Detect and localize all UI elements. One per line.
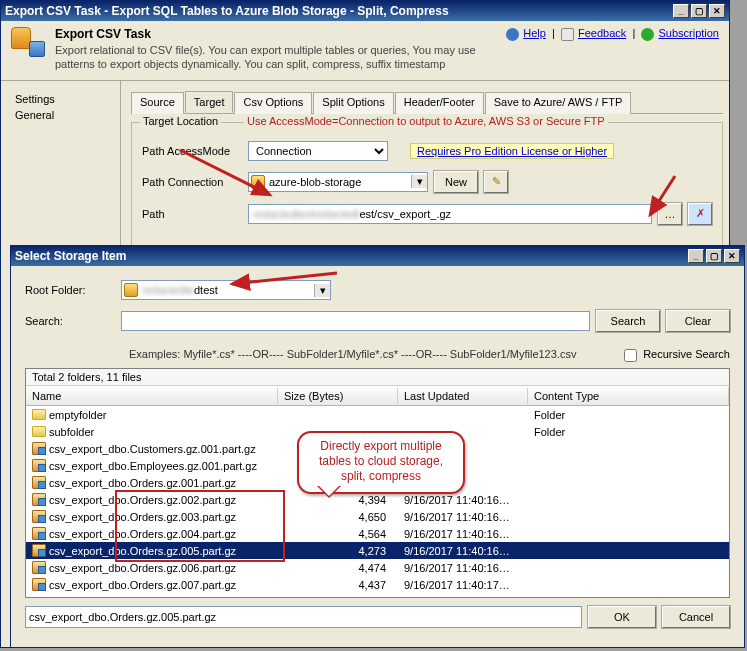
cancel-button[interactable]: Cancel xyxy=(662,606,730,628)
main-titlebar[interactable]: Export CSV Task - Export SQL Tables to A… xyxy=(1,1,729,21)
file-date: 9/16/2017 11:40:16… xyxy=(398,545,528,557)
pencil-icon: ✎ xyxy=(492,175,501,188)
conn-label: Path Connection xyxy=(142,176,242,188)
grid-summary: Total 2 folders, 11 files xyxy=(26,369,729,386)
search-label: Search: xyxy=(25,315,115,327)
file-type: Folder xyxy=(528,426,729,438)
tab-target[interactable]: Target xyxy=(185,91,234,113)
archive-icon xyxy=(32,442,46,455)
grid-row[interactable]: csv_export_dbo.Orders.gz.006.part.gz4,47… xyxy=(26,559,729,576)
annotation-callout: Directly export multiple tables to cloud… xyxy=(297,431,465,494)
file-size: 4,650 xyxy=(278,511,398,523)
file-name: csv_export_dbo.Orders.gz.004.part.gz xyxy=(49,528,236,540)
root-prefix-blurred: redactedte xyxy=(142,284,194,296)
file-name: csv_export_dbo.Orders.gz.006.part.gz xyxy=(49,562,236,574)
grid-row[interactable]: csv_export_dbo.Orders.gz.004.part.gz4,56… xyxy=(26,525,729,542)
help-icon xyxy=(506,28,519,41)
grid-row[interactable]: csv_export_dbo.Orders.gz.003.part.gz4,65… xyxy=(26,508,729,525)
file-date: 9/16/2017 11:40:16… xyxy=(398,511,528,523)
clear-icon: ✗ xyxy=(696,207,705,220)
minimize-button[interactable]: _ xyxy=(673,4,689,18)
ok-button[interactable]: OK xyxy=(588,606,656,628)
task-header: Export CSV Task Export relational to CSV… xyxy=(1,21,729,81)
path-label: Path xyxy=(142,208,242,220)
recursive-checkbox-input[interactable] xyxy=(624,349,637,362)
file-name: csv_export_dbo.Orders.gz.003.part.gz xyxy=(49,511,236,523)
export-csv-icon xyxy=(11,27,45,57)
clear-button[interactable]: Clear xyxy=(666,310,730,332)
left-nav: Settings General xyxy=(1,81,121,252)
tab-csv-options[interactable]: Csv Options xyxy=(234,92,312,114)
archive-icon xyxy=(32,527,46,540)
new-connection-button[interactable]: New xyxy=(434,171,478,193)
access-mode-label: Path AccessMode xyxy=(142,145,242,157)
folder-icon xyxy=(32,426,46,437)
file-size: 4,564 xyxy=(278,528,398,540)
tab-split-options[interactable]: Split Options xyxy=(313,92,393,114)
file-date: 9/16/2017 11:40:16… xyxy=(398,494,528,506)
browse-path-button[interactable]: … xyxy=(658,203,682,225)
filename-input[interactable] xyxy=(25,606,582,628)
nav-item-general[interactable]: General xyxy=(15,107,120,123)
conn-value: azure-blob-storage xyxy=(269,176,361,188)
file-type: Folder xyxy=(528,409,729,421)
close-button[interactable]: ✕ xyxy=(709,4,725,18)
storage-window-title: Select Storage Item xyxy=(15,249,688,263)
nav-item-settings[interactable]: Settings xyxy=(15,91,120,107)
feedback-link[interactable]: Feedback xyxy=(578,27,626,39)
storage-minimize-button[interactable]: _ xyxy=(688,249,704,263)
root-suffix: dtest xyxy=(194,284,218,296)
info-icon xyxy=(641,28,654,41)
root-folder-select[interactable]: redactedte dtest ▾ xyxy=(121,280,331,300)
path-input[interactable]: redactedtextredactedt est/csv_export_.gz xyxy=(248,204,652,224)
tab-header-footer[interactable]: Header/Footer xyxy=(395,92,484,114)
chevron-down-icon: ▾ xyxy=(314,284,330,297)
conn-select[interactable]: azure-blob-storage ▾ xyxy=(248,172,428,192)
access-mode-select[interactable]: Connection xyxy=(248,141,388,161)
database-icon xyxy=(124,283,138,297)
archive-icon xyxy=(32,493,46,506)
header-description: Export relational to CSV file(s). You ca… xyxy=(55,43,496,72)
recursive-search-checkbox[interactable]: Recursive Search xyxy=(620,346,730,365)
grid-header: Name Size (Bytes) Last Updated Content T… xyxy=(26,386,729,406)
storage-maximize-button[interactable]: ▢ xyxy=(706,249,722,263)
archive-icon xyxy=(32,459,46,472)
chevron-down-icon: ▾ xyxy=(411,175,427,188)
callout-text: Directly export multiple tables to cloud… xyxy=(319,439,443,483)
file-name: csv_export_dbo.Customers.gz.001.part.gz xyxy=(49,443,256,455)
license-link[interactable]: Requires Pro Edition License or Higher xyxy=(417,145,607,157)
file-name: csv_export_dbo.Orders.gz.005.part.gz xyxy=(49,545,236,557)
grid-row[interactable]: csv_export_dbo.Orders.gz.005.part.gz4,27… xyxy=(26,542,729,559)
group-hint: Use AccessMode=Connection to output to A… xyxy=(244,115,608,127)
search-input[interactable] xyxy=(121,311,590,331)
col-name[interactable]: Name xyxy=(26,388,278,404)
file-name: csv_export_dbo.Orders.gz.002.part.gz xyxy=(49,494,236,506)
file-date: 9/16/2017 11:40:16… xyxy=(398,562,528,574)
root-folder-label: Root Folder: xyxy=(25,284,115,296)
license-banner: Requires Pro Edition License or Higher xyxy=(410,143,614,159)
storage-titlebar[interactable]: Select Storage Item _ ▢ ✕ xyxy=(11,246,744,266)
file-size: 4,273 xyxy=(278,545,398,557)
grid-row[interactable]: csv_export_dbo.Orders.gz.007.part.gz4,43… xyxy=(26,576,729,593)
col-size[interactable]: Size (Bytes) xyxy=(278,388,398,404)
tab-save-cloud[interactable]: Save to Azure/ AWS / FTP xyxy=(485,92,632,114)
path-prefix-blurred: redactedtextredactedt xyxy=(253,208,359,220)
archive-icon xyxy=(32,544,46,557)
edit-connection-button[interactable]: ✎ xyxy=(484,171,508,193)
maximize-button[interactable]: ▢ xyxy=(691,4,707,18)
path-suffix: est/csv_export_.gz xyxy=(359,208,451,220)
file-name: csv_export_dbo.Orders.gz.007.part.gz xyxy=(49,579,236,591)
search-examples: Examples: Myfile*.cs* ----OR---- SubFold… xyxy=(129,348,576,360)
help-link[interactable]: Help xyxy=(523,27,546,39)
col-date[interactable]: Last Updated xyxy=(398,388,528,404)
clear-path-button[interactable]: ✗ xyxy=(688,203,712,225)
file-size: 4,474 xyxy=(278,562,398,574)
archive-icon xyxy=(32,476,46,489)
grid-row[interactable]: emptyfolderFolder xyxy=(26,406,729,423)
tab-source[interactable]: Source xyxy=(131,92,184,114)
storage-close-button[interactable]: ✕ xyxy=(724,249,740,263)
search-button[interactable]: Search xyxy=(596,310,660,332)
col-type[interactable]: Content Type xyxy=(528,388,729,404)
target-tabbar: Source Target Csv Options Split Options … xyxy=(131,91,723,114)
subscription-link[interactable]: Subscription xyxy=(658,27,719,39)
